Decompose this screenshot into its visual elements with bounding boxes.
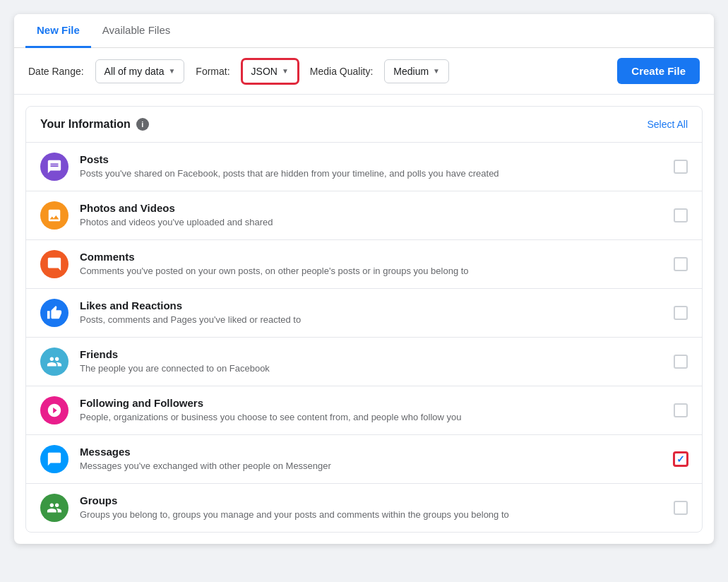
date-range-arrow-icon: ▼ <box>168 67 175 75</box>
format-dropdown[interactable]: JSON ▼ <box>241 59 299 84</box>
comments-title: Comments <box>80 251 662 263</box>
following-followers-content: Following and Followers People, organiza… <box>80 397 662 424</box>
following-followers-icon <box>40 396 68 424</box>
row-likes-reactions: Likes and Reactions Posts, comments and … <box>26 289 702 338</box>
row-messages: Messages Messages you've exchanged with … <box>26 435 702 484</box>
messages-checkbox[interactable] <box>674 452 688 466</box>
groups-content: Groups Groups you belong to, groups you … <box>80 494 662 521</box>
media-quality-label: Media Quality: <box>310 66 373 77</box>
media-quality-value: Medium <box>393 66 429 77</box>
following-followers-checkbox[interactable] <box>674 403 688 417</box>
posts-checkbox[interactable] <box>674 160 688 174</box>
photos-videos-icon <box>40 201 68 230</box>
friends-title: Friends <box>80 348 662 360</box>
likes-reactions-icon <box>40 299 68 327</box>
info-icon[interactable]: i <box>136 118 149 131</box>
posts-title: Posts <box>80 153 662 165</box>
likes-reactions-content: Likes and Reactions Posts, comments and … <box>80 299 662 326</box>
photos-videos-title: Photos and Videos <box>80 202 662 214</box>
main-container: New File Available Files Date Range: All… <box>14 14 714 544</box>
friends-icon <box>40 348 68 376</box>
row-posts: Posts Posts you've shared on Facebook, p… <box>26 143 702 191</box>
date-range-label: Date Range: <box>28 66 84 77</box>
info-header-left: Your Information i <box>40 118 149 131</box>
friends-content: Friends The people you are connected to … <box>80 348 662 375</box>
create-file-button[interactable]: Create File <box>617 58 700 84</box>
friends-checkbox[interactable] <box>674 355 688 369</box>
tab-new-file[interactable]: New File <box>25 14 91 48</box>
following-followers-title: Following and Followers <box>80 397 662 409</box>
row-comments: Comments Comments you've posted on your … <box>26 240 702 289</box>
comments-description: Comments you've posted on your own posts… <box>80 265 662 278</box>
groups-checkbox[interactable] <box>674 501 688 515</box>
tab-available-files[interactable]: Available Files <box>91 14 181 48</box>
groups-icon <box>40 494 68 522</box>
row-photos-videos: Photos and Videos Photos and videos you'… <box>26 191 702 240</box>
likes-reactions-description: Posts, comments and Pages you've liked o… <box>80 314 662 326</box>
photos-videos-content: Photos and Videos Photos and videos you'… <box>80 202 662 229</box>
format-arrow-icon: ▼ <box>282 67 289 75</box>
your-information-title: Your Information <box>40 118 131 131</box>
format-label: Format: <box>196 66 229 77</box>
friends-description: The people you are connected to on Faceb… <box>80 362 662 375</box>
likes-reactions-title: Likes and Reactions <box>80 299 662 311</box>
info-section: Your Information i Select All Posts Post… <box>25 106 703 533</box>
photos-videos-checkbox[interactable] <box>674 208 688 222</box>
comments-checkbox[interactable] <box>674 257 688 271</box>
messages-content: Messages Messages you've exchanged with … <box>80 446 662 473</box>
date-range-value: All of my data <box>105 66 165 77</box>
row-following-followers: Following and Followers People, organiza… <box>26 386 702 435</box>
row-friends: Friends The people you are connected to … <box>26 338 702 386</box>
toolbar: Date Range: All of my data ▼ Format: JSO… <box>14 48 714 95</box>
photos-videos-description: Photos and videos you've uploaded and sh… <box>80 216 662 229</box>
select-all-link[interactable]: Select All <box>647 119 688 130</box>
tabs-bar: New File Available Files <box>14 14 714 48</box>
posts-content: Posts Posts you've shared on Facebook, p… <box>80 153 662 180</box>
media-quality-dropdown[interactable]: Medium ▼ <box>384 59 449 83</box>
info-header: Your Information i Select All <box>26 107 702 143</box>
comments-icon <box>40 250 68 278</box>
format-value: JSON <box>251 66 278 77</box>
groups-description: Groups you belong to, groups you manage … <box>80 509 662 521</box>
following-followers-description: People, organizations or business you ch… <box>80 411 662 424</box>
messages-icon <box>40 445 68 473</box>
groups-title: Groups <box>80 494 662 506</box>
likes-reactions-checkbox[interactable] <box>674 306 688 320</box>
row-groups: Groups Groups you belong to, groups you … <box>26 484 702 532</box>
messages-description: Messages you've exchanged with other peo… <box>80 460 662 473</box>
posts-icon <box>40 153 68 181</box>
date-range-dropdown[interactable]: All of my data ▼ <box>95 59 185 83</box>
comments-content: Comments Comments you've posted on your … <box>80 251 662 278</box>
media-quality-arrow-icon: ▼ <box>433 67 440 75</box>
posts-description: Posts you've shared on Facebook, posts t… <box>80 167 662 180</box>
messages-title: Messages <box>80 446 662 458</box>
